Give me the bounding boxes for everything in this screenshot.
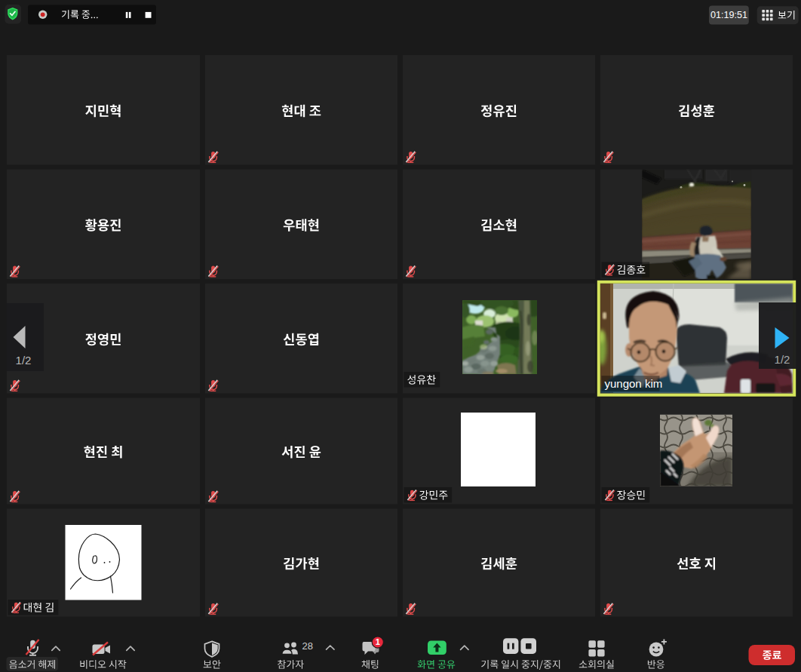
svg-text:28: 28 bbox=[302, 640, 313, 652]
svg-text:1/2: 1/2 bbox=[775, 353, 790, 366]
svg-text:01:19:51: 01:19:51 bbox=[710, 10, 747, 20]
svg-text:1: 1 bbox=[376, 637, 380, 646]
svg-text:1/2: 1/2 bbox=[16, 354, 32, 367]
svg-text:yungon kim: yungon kim bbox=[605, 377, 663, 390]
